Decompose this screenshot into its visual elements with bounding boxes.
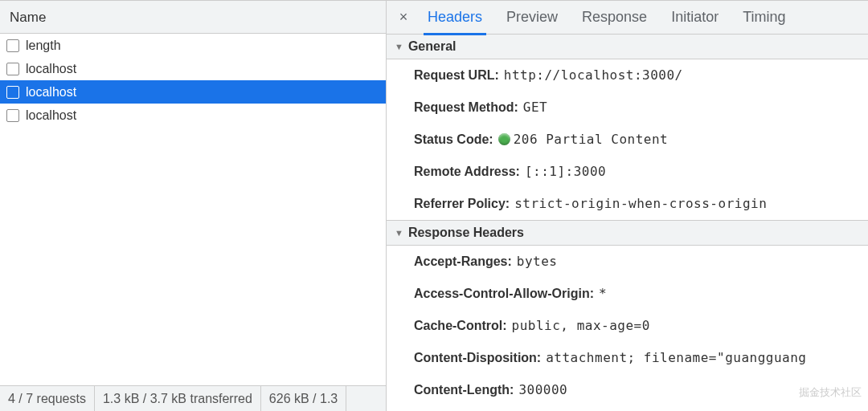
header-row: Content-Range:bytes 300000-599999/625902 <box>387 406 868 411</box>
header-value: GET <box>523 100 547 115</box>
request-list: lengthlocalhostlocalhostlocalhost <box>0 34 386 411</box>
header-row: Request URL:http://localhost:3000/ <box>387 59 868 92</box>
header-row: Accept-Ranges:bytes <box>387 246 868 278</box>
section-header-general[interactable]: ▼General <box>387 35 868 59</box>
header-value: 206 Partial Content <box>514 132 669 147</box>
header-value: attachment; filename="guangguang <box>546 350 806 365</box>
header-key: Status Code: <box>414 132 493 146</box>
request-row-localhost[interactable]: localhost <box>0 104 386 127</box>
request-name-label: localhost <box>26 85 76 100</box>
status-dot-icon <box>498 133 510 145</box>
tab-preview[interactable]: Preview <box>494 1 570 35</box>
header-key: Remote Address: <box>414 165 520 178</box>
header-value: * <box>599 286 607 301</box>
header-value: public, max-age=0 <box>512 318 650 333</box>
header-value: 300000 <box>518 382 567 397</box>
header-value: http://localhost:3000/ <box>504 67 683 83</box>
header-key: Content-Disposition: <box>414 351 541 364</box>
header-row: Content-Disposition:attachment; filename… <box>387 342 868 374</box>
header-key: Accept-Ranges: <box>414 254 512 268</box>
request-details-panel: × HeadersPreviewResponseInitiatorTiming … <box>387 0 868 411</box>
header-value: [::1]:3000 <box>525 164 606 179</box>
header-key: Referrer Policy: <box>414 197 510 210</box>
tab-timing[interactable]: Timing <box>731 1 797 35</box>
header-row: Status Code:206 Partial Content <box>387 124 868 156</box>
tab-initiator[interactable]: Initiator <box>659 1 731 35</box>
watermark: 掘金技术社区 <box>799 385 862 400</box>
column-header-name[interactable]: Name <box>0 0 386 34</box>
disclosure-triangle-icon: ▼ <box>395 228 403 238</box>
section-header-response-headers[interactable]: ▼Response Headers <box>387 220 868 246</box>
request-name-label: localhost <box>26 62 76 76</box>
request-row-localhost[interactable]: localhost <box>0 57 386 80</box>
request-name-label: localhost <box>26 108 76 123</box>
request-row-localhost[interactable]: localhost <box>0 80 386 104</box>
header-value: bytes <box>517 254 558 269</box>
header-key: Content-Length: <box>414 383 514 397</box>
tab-response[interactable]: Response <box>570 1 659 35</box>
header-key: Cache-Control: <box>414 319 507 332</box>
header-key: Request Method: <box>414 100 518 114</box>
headers-detail-body: ▼GeneralRequest URL:http://localhost:300… <box>387 35 868 411</box>
section-title: Response Headers <box>408 226 524 240</box>
header-value: strict-origin-when-cross-origin <box>514 196 767 211</box>
header-key: Access-Control-Allow-Origin: <box>414 287 594 300</box>
request-row-length[interactable]: length <box>0 34 386 57</box>
request-type-icon <box>6 63 19 75</box>
request-type-icon <box>6 39 19 52</box>
request-name-label: length <box>26 39 61 53</box>
section-title: General <box>408 39 457 54</box>
header-key: Request URL: <box>414 68 499 82</box>
tab-headers[interactable]: Headers <box>416 1 494 35</box>
request-type-icon <box>6 109 19 122</box>
network-request-list-panel: Name lengthlocalhostlocalhostlocalhost <box>0 0 387 411</box>
details-tab-row: × HeadersPreviewResponseInitiatorTiming <box>387 1 868 35</box>
header-row: Cache-Control:public, max-age=0 <box>387 310 868 342</box>
header-row: Content-Length:300000 <box>387 374 868 406</box>
header-row: Referrer Policy:strict-origin-when-cross… <box>387 188 868 220</box>
header-row: Access-Control-Allow-Origin:* <box>387 278 868 310</box>
request-type-icon <box>6 86 19 99</box>
disclosure-triangle-icon: ▼ <box>395 42 403 51</box>
close-icon[interactable]: × <box>391 9 416 26</box>
header-row: Request Method:GET <box>387 92 868 124</box>
header-row: Remote Address:[::1]:3000 <box>387 156 868 188</box>
